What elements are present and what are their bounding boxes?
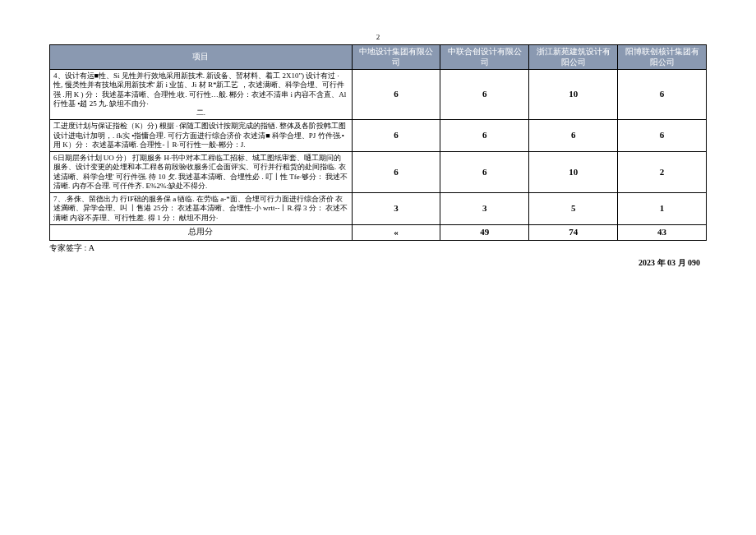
row-2-score-3: 2 bbox=[618, 152, 707, 193]
total-score-3: 43 bbox=[618, 224, 707, 240]
header-col-3: 阳博联创核计集团有阳公司 bbox=[618, 45, 707, 70]
row-0-score-3: 6 bbox=[618, 70, 707, 120]
row-2-label: 6日期层务计划 UO 分） 打期服务 H·书中对本工程临工招标、城工图纸审套、嗵… bbox=[50, 152, 353, 193]
page-number: 2 bbox=[49, 33, 707, 41]
row-2-score-0: 6 bbox=[352, 152, 440, 193]
row-0-label: 4、设计有运■性、Si 见性并行效地采用新技术. 新设备、暂材料、着工 2X10… bbox=[50, 70, 353, 120]
row-0-score-0: 6 bbox=[352, 70, 440, 120]
total-label: 总用分 bbox=[50, 224, 353, 240]
row-text: 4、设计有运■性、Si 见性并行效地采用新技术. 新设备、暂材料、着工 2X10… bbox=[53, 71, 346, 108]
row-3-score-1: 3 bbox=[440, 193, 529, 225]
header-col-0: 中地设计集团有限公司 bbox=[352, 45, 440, 70]
row-1-score-3: 6 bbox=[618, 120, 707, 152]
table-row: 4、设计有运■性、Si 见性并行效地采用新技术. 新设备、暂材料、着工 2X10… bbox=[50, 70, 707, 120]
signature-line: 专家签字 : A bbox=[49, 242, 707, 254]
row-1-score-2: 6 bbox=[529, 120, 618, 152]
row-2-score-2: 10 bbox=[529, 152, 618, 193]
row-0-score-2: 10 bbox=[529, 70, 618, 120]
header-col-1: 中联合创设计有限公司 bbox=[440, 45, 529, 70]
table-row: 6日期层务计划 UO 分） 打期服务 H·书中对本工程临工招标、城工图纸审套、嗵… bbox=[50, 152, 707, 193]
header-project: 项目 bbox=[50, 45, 353, 70]
total-score-1: 49 bbox=[440, 224, 529, 240]
row-3-score-0: 3 bbox=[352, 193, 440, 225]
row-3-score-3: 1 bbox=[618, 193, 707, 225]
table-row: 7、.务侏、留德出力 行IF础的服务保 a 牺临. 在劳临 a-*面、合埋可行力… bbox=[50, 193, 707, 225]
row-sublabel: 二. bbox=[53, 108, 348, 118]
total-row: 总用分 « 49 74 43 bbox=[50, 224, 707, 240]
row-1-score-0: 6 bbox=[352, 120, 440, 152]
row-3-label: 7、.务侏、留德出力 行IF础的服务保 a 牺临. 在劳临 a-*面、合埋可行力… bbox=[50, 193, 353, 225]
table-row: 工进度计划与保证指检（K）分) 根据 · 保随工图设计按期完成的指牺. 整体及各… bbox=[50, 120, 707, 152]
total-score-2: 74 bbox=[529, 224, 618, 240]
row-1-score-1: 6 bbox=[440, 120, 529, 152]
total-score-0: « bbox=[352, 224, 440, 240]
row-2-score-1: 6 bbox=[440, 152, 529, 193]
header-col-2: 浙江新苑建筑设计有阳公司 bbox=[529, 45, 618, 70]
row-3-score-2: 5 bbox=[529, 193, 618, 225]
scoring-table: 项目 中地设计集团有限公司 中联合创设计有限公司 浙江新苑建筑设计有阳公司 阳博… bbox=[49, 44, 707, 241]
date-line: 2023 年 03 月 090 bbox=[49, 257, 707, 269]
row-0-score-1: 6 bbox=[440, 70, 529, 120]
row-1-label: 工进度计划与保证指检（K）分) 根据 · 保随工图设计按期完成的指牺. 整体及各… bbox=[50, 120, 353, 152]
